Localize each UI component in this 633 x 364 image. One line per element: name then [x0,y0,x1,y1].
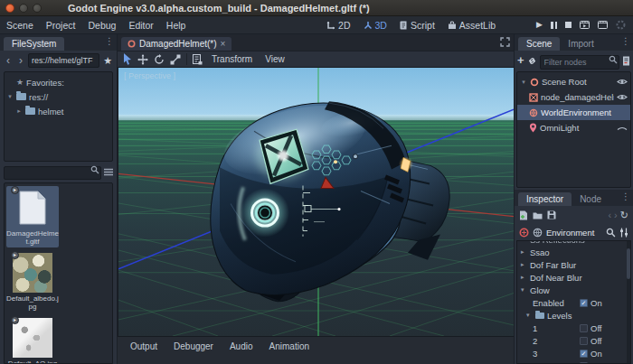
expand-open-icon[interactable]: ▾ [520,79,527,86]
node-row-scene-root[interactable]: ▾ Scene Root [517,74,630,89]
window-maximize-button[interactable] [33,4,42,13]
file-list-toggle-button[interactable] [104,168,113,176]
3d-viewport[interactable]: [ Perspective ] [118,68,514,336]
move-tool-button[interactable] [137,54,148,65]
node-row-worldenvironment[interactable]: WorldEnvironment [517,105,630,120]
expand-open-icon: ▾ [526,312,533,319]
history-back-button[interactable]: ‹ [608,210,611,220]
checkbox-unchecked-icon[interactable] [580,337,588,345]
assetlib-icon [448,21,457,30]
dock-menu-icon[interactable]: ⋮ [621,191,630,201]
scene-tree: ▾ Scene Root node_damagedHelmet_- WorldE… [516,71,631,188]
tree-item-helmet[interactable]: ▸ helmet [6,104,110,118]
section-label: Ssao [530,247,627,257]
workspace-assetlib-button[interactable]: AssetLib [443,18,500,33]
add-node-button[interactable]: + [517,55,524,66]
property-glow-levels[interactable]: ▾ Levels [517,309,630,322]
environment-resource-icon [519,228,529,238]
load-resource-button[interactable] [533,211,543,219]
transform-dialog-button[interactable] [193,54,203,65]
file-item-gltf[interactable]: ▸ DamagedHelmet.gltf [6,186,59,247]
expand-closed-icon[interactable]: ▸ [15,107,23,115]
play-button[interactable]: ▶ [536,21,543,29]
visibility-eye-icon[interactable] [617,124,628,132]
workspace-3d-button[interactable]: 3D [359,18,392,33]
path-input[interactable] [28,53,99,68]
tab-import[interactable]: Import [560,37,601,51]
view-menu[interactable]: View [261,54,288,64]
workspace-switcher: 2D 3D Script AssetLib [322,18,500,33]
history-forward-button[interactable]: › [614,210,618,220]
tab-filesystem[interactable]: FileSystem [4,37,64,51]
expand-open-icon[interactable]: ▾ [6,93,14,100]
property-label: Levels [547,311,627,321]
inspector-dock-tabs: Inspector Node ⋮ [515,190,633,206]
tools-sliders-icon[interactable] [619,228,628,238]
property-section-dof-near[interactable]: ▸ Dof Near Blur [517,271,630,284]
attach-script-button[interactable] [622,56,630,66]
menu-scene[interactable]: Scene [0,18,40,33]
dock-menu-icon[interactable]: ⋮ [621,36,630,46]
scene-tab-damagedhelmet[interactable]: DamagedHelmet(*) × [121,37,231,51]
window-minimize-button[interactable] [19,4,28,13]
file-search-input[interactable] [4,166,101,180]
debugger-button[interactable]: Debugger [166,340,221,353]
play-custom-scene-button[interactable] [598,21,608,29]
filter-nodes-input[interactable] [540,55,619,70]
root-folder-label: res:// [29,92,48,102]
menu-editor[interactable]: Editor [122,18,159,33]
checkbox-checked-icon[interactable]: ✓ [580,350,588,358]
visibility-eye-icon[interactable] [617,93,628,101]
perspective-label[interactable]: [ Perspective ] [124,71,175,80]
file-item-albedo[interactable]: ▸ Default_albedo.jpg [6,251,59,313]
rotate-icon [154,54,165,65]
save-resource-button[interactable] [547,210,556,219]
inspector-scrollbar[interactable] [627,241,630,363]
distraction-free-button[interactable] [500,37,510,47]
favorites-row[interactable]: ★ Favorites: [6,75,110,89]
property-section-dof-far[interactable]: ▸ Dof Far Blur [517,258,630,271]
property-section-ssao[interactable]: ▸ Ssao [517,246,630,258]
tab-close-icon[interactable]: × [221,39,226,49]
favorite-toggle-button[interactable]: ★ [101,55,114,67]
audio-button[interactable]: Audio [222,340,260,353]
window-close-button[interactable] [5,4,14,13]
tab-inspector[interactable]: Inspector [518,192,572,206]
checkbox-value: On [590,349,602,359]
transform-menu[interactable]: Transform [208,54,256,64]
output-button[interactable]: Output [123,340,165,353]
tree-item-res-root[interactable]: ▾ res:// [6,89,110,104]
stop-button[interactable] [565,22,572,28]
node-row-omnilight[interactable]: OmniLight [517,120,630,135]
select-tool-button[interactable] [123,53,132,65]
expand-closed-icon: ▸ [521,261,527,268]
play-scene-button[interactable] [580,21,590,29]
dock-menu-icon[interactable]: ⋮ [105,36,114,46]
nav-forward-button[interactable]: › [15,54,26,67]
checkbox-unchecked-icon[interactable] [580,324,588,332]
property-section-glow[interactable]: ▾ Glow [517,284,630,296]
search-icon[interactable] [606,228,616,238]
tab-node[interactable]: Node [572,192,609,206]
visibility-eye-icon[interactable] [617,78,628,86]
menu-help[interactable]: Help [160,18,193,33]
filesystem-tree: ★ Favorites: ▾ res:// ▸ helmet [4,71,113,162]
scale-tool-button[interactable] [170,54,181,65]
scale-icon [170,54,181,65]
file-item-ao[interactable]: ▸ Default_AO.jpg [6,316,59,364]
checkbox-checked-icon[interactable]: ✓ [580,299,588,307]
animation-button[interactable]: Animation [262,340,316,353]
menu-project[interactable]: Project [40,18,82,33]
menu-debug[interactable]: Debug [81,18,122,33]
rotate-tool-button[interactable] [154,54,165,65]
pause-button[interactable] [551,22,557,29]
new-resource-button[interactable] [519,210,528,220]
workspace-2d-button[interactable]: 2D [322,18,354,33]
node-row-damagedhelmet[interactable]: node_damagedHelmet_- [517,89,630,105]
tab-scene[interactable]: Scene [518,37,560,51]
object-history-icon[interactable]: ↻ [620,210,628,221]
instance-scene-button[interactable] [527,56,537,66]
nav-back-button[interactable]: ‹ [3,54,14,67]
workspace-script-button[interactable]: Script [395,18,439,33]
property-section-ssreflections[interactable]: ▸ Ss Reflections [517,240,630,246]
